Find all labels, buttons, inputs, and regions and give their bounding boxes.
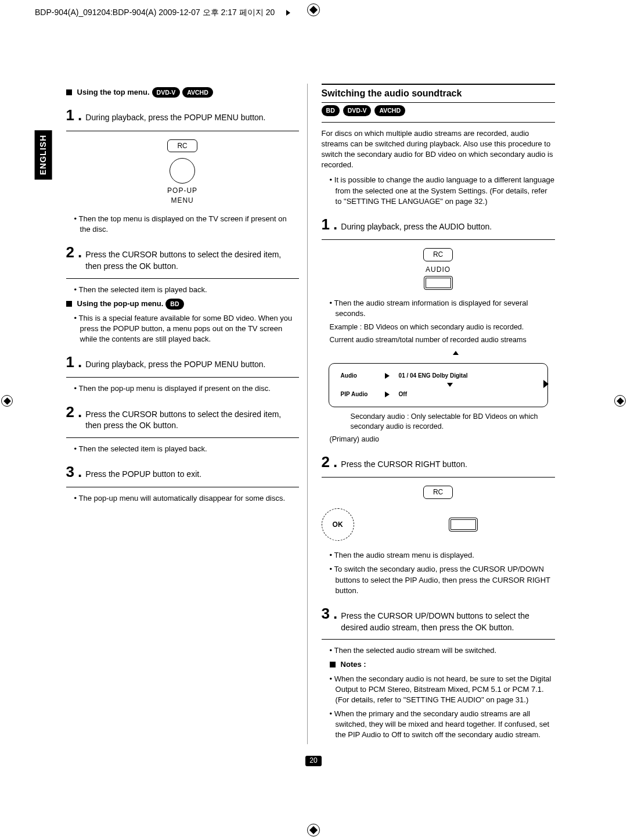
format-badges: BD DVD-V AVCHD — [322, 105, 555, 116]
separator — [66, 437, 299, 438]
popup-step-1-result: Then the pop-up menu is displayed if pre… — [74, 383, 299, 394]
audio-step-2-result-2: To switch the secondary audio, press the… — [330, 564, 555, 596]
step-2: 2. Press the CURSOR buttons to select th… — [66, 242, 299, 273]
step-2-result: Then the selected item is played back. — [74, 285, 299, 295]
popup-step-2-text: Press the CURSOR buttons to select the d… — [85, 409, 298, 433]
avchd-badge: AVCHD — [374, 105, 405, 116]
using-top-menu-heading: Using the top menu. DVD-V AVCHD — [66, 87, 299, 98]
popup-note: This is a special feature available for … — [74, 313, 299, 345]
reg-mark-left — [1, 395, 13, 407]
notes-heading: Notes : — [330, 659, 555, 670]
menu-label: MENU — [66, 196, 299, 206]
bd-badge: BD — [322, 105, 340, 116]
popup-label: POP-UP — [66, 186, 299, 196]
rc-button-icon — [170, 158, 195, 184]
reg-mark-bottom — [307, 824, 320, 837]
page-content: ENGLISH Using the top menu. DVD-V AVCHD … — [0, 26, 627, 744]
audio-step-2-result-1: Then the audio stream menu is displayed. — [330, 550, 555, 561]
using-top-menu-label: Using the top menu. — [77, 87, 150, 98]
separator — [322, 239, 555, 240]
header-filename: BDP-904(A)_091204:BDP-904(A) 2009-12-07 … — [35, 7, 275, 19]
audio-step-2: 2. Press the CURSOR RIGHT button. — [322, 451, 555, 472]
note-2: When the primary and the secondary audio… — [330, 709, 555, 741]
audio-label: AUDIO — [322, 265, 555, 275]
secondary-audio-note: Secondary audio : Only selectable for BD… — [351, 412, 547, 432]
intro-text: For discs on which multiple audio stream… — [322, 128, 555, 171]
pip-audio-label: PIP Audio — [341, 390, 376, 399]
example-text: Example : BD Videos on which secondary a… — [330, 322, 547, 333]
separator — [322, 477, 555, 478]
audio-step-2-text: Press the CURSOR RIGHT button. — [341, 459, 467, 472]
rc-audio-diagram: RC AUDIO — [322, 248, 555, 290]
right-column: Switching the audio soundtrack BD DVD-V … — [314, 84, 563, 744]
audio-step-3-result: Then the selected audio stream will be s… — [330, 645, 555, 656]
audio-step-3-text: Press the CURSOR UP/DOWN buttons to sele… — [341, 611, 554, 634]
avchd-badge: AVCHD — [182, 87, 213, 98]
popup-step-3: 3. Press the POPUP button to exit. — [66, 461, 299, 482]
panel-right-arrow-icon — [543, 380, 549, 388]
separator — [66, 487, 299, 487]
dvdv-badge: DVD-V — [152, 87, 181, 98]
step-1-result: Then the top menu is displayed on the TV… — [74, 214, 299, 235]
reg-mark-top — [307, 3, 320, 16]
notes-label: Notes : — [341, 659, 366, 670]
language-tab: ENGLISH — [35, 130, 52, 180]
separator — [66, 377, 299, 378]
primary-audio-label: (Primary) audio — [330, 435, 547, 445]
audio-step-1-text: During playback, press the AUDIO button. — [341, 221, 492, 234]
rc-label: RC — [423, 486, 453, 499]
rc-ok-diagram: RC OK — [322, 486, 555, 541]
rc-label: RC — [167, 139, 197, 153]
down-arrow-icon — [447, 383, 453, 387]
current-stream-text: Current audio stream/total number of rec… — [330, 335, 547, 346]
step-1-text: During playback, press the POPUP MENU bu… — [85, 112, 265, 125]
audio-step-3: 3. Press the CURSOR UP/DOWN buttons to s… — [322, 603, 555, 634]
square-bullet-icon — [66, 89, 72, 95]
separator — [66, 278, 299, 279]
ok-button-icon: OK — [322, 508, 354, 541]
popup-step-2-result: Then the selected item is played back. — [74, 444, 299, 454]
popup-step-3-text: Press the POPUP button to exit. — [85, 469, 201, 482]
rc-audio-button-icon — [424, 276, 453, 290]
audio-value: 01 / 04 ENG Dolby Digital — [399, 372, 468, 380]
dvdv-badge: DVD-V — [343, 105, 372, 116]
popup-step-1-text: During playback, press the POPUP MENU bu… — [85, 359, 265, 372]
audio-step-1-result: Then the audio stream information is dis… — [330, 298, 555, 319]
separator — [66, 131, 299, 131]
rc-right-button-icon — [449, 518, 478, 532]
separator — [322, 639, 555, 640]
pip-audio-value: Off — [399, 390, 407, 399]
square-bullet-icon — [66, 301, 72, 307]
audio-panel: Audio 01 / 04 ENG Dolby Digital PIP Audi… — [329, 363, 548, 407]
bd-badge: BD — [165, 299, 183, 310]
popup-step-3-result: The pop-up menu will automatically disap… — [74, 493, 299, 504]
switching-audio-title: Switching the audio soundtrack — [322, 84, 555, 103]
audio-step-1: 1. During playback, press the AUDIO butt… — [322, 214, 555, 235]
square-bullet-icon — [330, 662, 336, 667]
rc-label: RC — [423, 248, 453, 261]
popup-step-2: 2. Press the CURSOR buttons to select th… — [66, 401, 299, 433]
page-number: 20 — [305, 756, 322, 766]
audio-label: Audio — [341, 372, 376, 380]
intro-bullet: It is possible to change the audio langu… — [330, 175, 555, 207]
rc-popup-diagram: RC POP-UP MENU — [66, 139, 299, 206]
step-2-text: Press the CURSOR buttons to select the d… — [85, 249, 298, 273]
separator — [322, 122, 555, 123]
play-icon — [385, 373, 390, 379]
reg-mark-right — [614, 395, 626, 407]
using-popup-menu-heading: Using the pop-up menu. BD — [66, 299, 299, 310]
left-column: Using the top menu. DVD-V AVCHD 1. Durin… — [58, 84, 308, 744]
header-arrow-icon — [286, 10, 290, 16]
note-1: When the secondary audio is not heard, b… — [330, 674, 555, 706]
play-icon — [385, 392, 390, 397]
using-popup-menu-label: Using the pop-up menu. — [77, 299, 164, 309]
step-1: 1. During playback, press the POPUP MENU… — [66, 105, 299, 125]
popup-step-1: 1. During playback, press the POPUP MENU… — [66, 351, 299, 372]
up-arrow-icon — [453, 351, 459, 355]
